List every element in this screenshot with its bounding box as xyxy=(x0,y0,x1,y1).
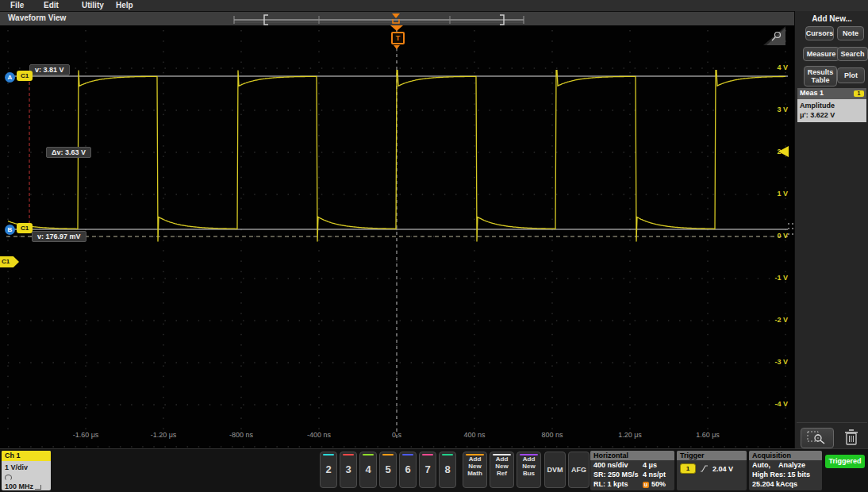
x-tick-label: -1.20 μs xyxy=(140,431,187,439)
acquisition-mode: Auto, xyxy=(752,460,770,470)
trigger-source-badge: 1 xyxy=(680,463,696,474)
channel2-button[interactable]: 2 xyxy=(320,452,337,488)
trash-icon xyxy=(844,429,858,446)
x-tick-label: 400 ns xyxy=(451,431,498,439)
results-table-button[interactable]: Results Table xyxy=(804,66,837,86)
channel1-badge[interactable]: Ch 1 1 V/div 100 MHz xyxy=(2,451,51,490)
waveform-canvas xyxy=(0,25,794,448)
position-icon: u xyxy=(643,482,649,488)
horizontal-scale: 400 ns/div xyxy=(593,460,643,470)
trash-button[interactable] xyxy=(844,429,858,449)
channel-color-stripe xyxy=(343,454,354,455)
acquisition-count: 25.204 kAcqs xyxy=(749,479,822,489)
oscilloscope-app: FileEditUtilityHelp Waveform View -1.60 … xyxy=(0,0,868,492)
bandwidth-icon xyxy=(35,485,41,490)
x-tick-label: 0 s xyxy=(373,431,421,439)
results-bar: Add New... CursorsNoteMeasureSearchResul… xyxy=(794,11,868,448)
meas1-source-badge: 1 xyxy=(854,90,864,97)
record-length: RL: 1 kpts xyxy=(593,479,643,489)
channel3-button[interactable]: 3 xyxy=(340,452,357,488)
note-button[interactable]: Note xyxy=(837,26,864,40)
y-tick-label: 1 V xyxy=(756,190,788,198)
add-new-bus-button[interactable]: AddNewBus xyxy=(517,452,541,488)
trigger-level-arrow[interactable] xyxy=(778,146,789,157)
waveform-plot[interactable]: -1.60 μs-1.20 μs-800 ns-400 ns0 s400 ns8… xyxy=(0,25,794,448)
meas1-mean: μ': 3.622 V xyxy=(800,110,864,120)
plot-button[interactable]: Plot xyxy=(837,67,865,83)
menu-edit[interactable]: Edit xyxy=(44,1,59,10)
afg-button[interactable]: AFG xyxy=(568,452,590,488)
channel7-button[interactable]: 7 xyxy=(419,452,436,488)
settings-bar: Ch 1 1 V/div 100 MHz 2345678AddNewMathAd… xyxy=(0,448,868,492)
channel-color-stripe xyxy=(323,454,334,455)
sample-rate: SR: 250 MS/s xyxy=(593,470,643,479)
add-new-math-button[interactable]: AddNewMath xyxy=(463,452,487,488)
add-new-title: Add New... xyxy=(795,14,868,23)
meas1-type: Amplitude xyxy=(800,101,864,110)
rising-slope-icon xyxy=(700,464,709,473)
trigger-level: 2.04 V xyxy=(712,464,733,474)
x-tick-label: 1.20 μs xyxy=(606,431,654,439)
menu-utility[interactable]: Utility xyxy=(82,1,104,10)
divider xyxy=(797,422,867,423)
cursor-a-readout: v: 3.81 V xyxy=(29,64,70,75)
menu-file[interactable]: File xyxy=(10,1,24,10)
zoom-box-icon xyxy=(807,431,828,445)
cursors-button[interactable]: Cursors xyxy=(805,26,834,40)
meas1-badge[interactable]: Meas 1 1 Amplitude μ': 3.622 V xyxy=(797,88,866,122)
trigger-flag[interactable]: T xyxy=(391,32,405,44)
x-tick-label: -1.60 μs xyxy=(62,431,109,439)
cursor-b-badge[interactable]: B xyxy=(5,225,15,235)
dvm-button[interactable]: DVM xyxy=(544,452,566,488)
channel1-settings: 1 V/div 100 MHz xyxy=(2,461,51,490)
horizontal-window: 4 μs xyxy=(643,460,657,470)
horizontal-badge[interactable]: Horizontal 400 ns/div4 μs SR: 250 MS/s4 … xyxy=(590,451,674,490)
panel-drag-handle[interactable] xyxy=(788,223,794,237)
y-tick-label: -4 V xyxy=(756,400,788,408)
y-tick-label: -1 V xyxy=(756,274,788,282)
trigger-badge[interactable]: Trigger 1 2.04 V xyxy=(677,451,747,490)
channel5-button[interactable]: 5 xyxy=(379,452,397,488)
y-tick-label: -3 V xyxy=(756,358,788,366)
horizontal-title: Horizontal xyxy=(590,451,674,460)
channel1-name: Ch 1 xyxy=(2,451,51,461)
cursor-b-channel-badge[interactable]: C1 xyxy=(17,223,33,233)
channel1-bandwidth: 100 MHz xyxy=(5,482,33,490)
trigger-flag-tip-icon xyxy=(394,45,400,49)
channel-color-stripe xyxy=(422,454,433,455)
channel-color-stripe xyxy=(382,454,394,455)
channel4-button[interactable]: 4 xyxy=(359,452,377,488)
search-button[interactable]: Search xyxy=(837,47,868,61)
meas1-header: Meas 1 1 xyxy=(797,88,866,99)
x-tick-label: 1.60 μs xyxy=(684,431,732,439)
zoom-corner-button[interactable] xyxy=(763,26,785,45)
channel6-button[interactable]: 6 xyxy=(399,452,417,488)
meas1-body: Amplitude μ': 3.622 V xyxy=(797,99,866,122)
acquisition-title: Acquisition xyxy=(749,451,822,460)
trigger-flag-arrow-icon xyxy=(390,25,403,31)
channel1-scale: 1 V/div xyxy=(5,463,51,472)
menu-bar: FileEditUtilityHelp xyxy=(0,0,868,12)
y-tick-label: -2 V xyxy=(756,316,788,324)
waveform-view-tab-bar: Waveform View xyxy=(0,12,794,25)
acquisition-resolution: High Res: 15 bits xyxy=(749,470,822,479)
acquisition-badge[interactable]: Acquisition Auto,Analyze High Res: 15 bi… xyxy=(749,451,822,490)
waveform-view-tab[interactable]: Waveform View xyxy=(8,13,66,22)
channel-color-stripe xyxy=(363,454,374,455)
measure-button[interactable]: Measure xyxy=(803,47,839,61)
cursor-b-readout: v: 176.97 mV xyxy=(32,231,86,242)
cursor-a-channel-badge[interactable]: C1 xyxy=(17,71,33,81)
cursor-a-badge[interactable]: A xyxy=(5,72,15,83)
resolution: 4 ns/pt xyxy=(643,470,666,479)
menu-help[interactable]: Help xyxy=(116,1,133,10)
x-tick-label: -800 ns xyxy=(217,431,265,439)
zoom-box-button[interactable] xyxy=(801,428,834,448)
channel-color-stripe xyxy=(442,454,453,455)
horizontal-overview-ruler[interactable] xyxy=(0,12,794,25)
y-tick-label: 4 V xyxy=(756,63,788,71)
x-tick-label: -400 ns xyxy=(295,431,343,439)
y-tick-label: 3 V xyxy=(756,106,788,113)
channel8-button[interactable]: 8 xyxy=(439,452,456,488)
y-tick-label: 0 V xyxy=(756,232,788,240)
add-new-ref-button[interactable]: AddNewRef xyxy=(490,452,514,488)
